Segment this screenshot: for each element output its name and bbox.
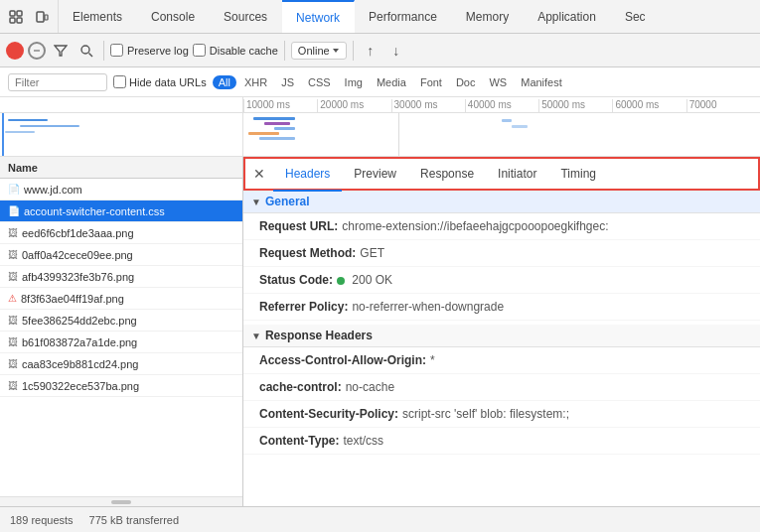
online-select[interactable]: Online bbox=[291, 42, 347, 60]
svg-rect-3 bbox=[17, 18, 22, 23]
svg-point-8 bbox=[81, 46, 89, 54]
device-toggle-icon[interactable] bbox=[30, 5, 54, 29]
record-button[interactable] bbox=[6, 42, 24, 60]
requests-header: Name bbox=[0, 157, 242, 179]
status-bar: 189 requests 775 kB transferred bbox=[0, 506, 760, 532]
svg-rect-0 bbox=[10, 11, 15, 16]
request-item-9[interactable]: 🖼 1c590322ece537ba.png bbox=[0, 375, 242, 397]
tab-sources[interactable]: Sources bbox=[210, 0, 282, 33]
filter-manifest[interactable]: Manifest bbox=[515, 75, 568, 89]
detail-content: ▼ General Request URL: chrome-extension:… bbox=[243, 191, 760, 506]
filter-xhr[interactable]: XHR bbox=[238, 75, 273, 89]
detail-tab-initiator[interactable]: Initiator bbox=[486, 158, 548, 192]
filter-input[interactable] bbox=[8, 73, 107, 91]
ruler-mark-1: 10000 ms bbox=[243, 99, 317, 112]
status-dot bbox=[337, 277, 345, 285]
tab-network[interactable]: Network bbox=[282, 0, 355, 33]
filter-all[interactable]: All bbox=[213, 75, 236, 89]
inspect-icon[interactable] bbox=[4, 5, 28, 29]
filter-css[interactable]: CSS bbox=[302, 75, 337, 89]
img-file-icon-2: 🖼 bbox=[8, 227, 18, 238]
request-item-2[interactable]: 🖼 eed6f6cbf1de3aaa.png bbox=[0, 222, 242, 244]
request-url-row: Request URL: chrome-extension://ibefaeeh… bbox=[243, 213, 760, 240]
response-headers-arrow: ▼ bbox=[251, 331, 261, 341]
svg-marker-10 bbox=[333, 49, 339, 53]
response-header-row-2: Content-Security-Policy: script-src 'sel… bbox=[243, 401, 760, 428]
tab-elements[interactable]: Elements bbox=[59, 0, 137, 33]
tab-application[interactable]: Application bbox=[524, 0, 611, 33]
referrer-policy-row: Referrer Policy: no-referrer-when-downgr… bbox=[243, 294, 760, 321]
request-item-8[interactable]: 🖼 caa83ce9b881cd24.png bbox=[0, 353, 242, 375]
detail-tabs-row: ✕ Headers Preview Response Initiator Tim… bbox=[243, 157, 760, 191]
preserve-log-checkbox[interactable]: Preserve log bbox=[110, 44, 189, 57]
response-header-row-1: cache-control: no-cache bbox=[243, 374, 760, 401]
filter-font[interactable]: Font bbox=[414, 75, 448, 89]
disable-cache-checkbox[interactable]: Disable cache bbox=[193, 44, 278, 57]
request-item-1[interactable]: 📄 account-switcher-content.css bbox=[0, 200, 242, 222]
detail-tab-response[interactable]: Response bbox=[408, 158, 486, 192]
img-file-icon-6: 🖼 bbox=[8, 315, 18, 326]
ruler-mark-5: 50000 ms bbox=[538, 99, 612, 112]
response-headers-title: Response Headers bbox=[265, 329, 373, 342]
general-section-header[interactable]: ▼ General bbox=[243, 191, 760, 213]
status-code-row: Status Code: 200 OK bbox=[243, 267, 760, 294]
tab-performance[interactable]: Performance bbox=[355, 0, 452, 33]
response-header-row-3: Content-Type: text/css bbox=[243, 428, 760, 455]
img-file-icon-5-error: ⚠ bbox=[8, 293, 17, 304]
ruler-mark-4: 40000 ms bbox=[465, 99, 538, 112]
filter-icon[interactable] bbox=[50, 40, 72, 62]
request-item-7[interactable]: 🖼 b61f083872a7a1de.png bbox=[0, 332, 242, 353]
tab-memory[interactable]: Memory bbox=[452, 0, 524, 33]
response-headers-section-header[interactable]: ▼ Response Headers bbox=[243, 325, 760, 347]
img-file-icon-9: 🖼 bbox=[8, 380, 18, 391]
search-icon[interactable] bbox=[76, 40, 97, 62]
response-header-row-0: Access-Control-Allow-Origin: * bbox=[243, 347, 760, 374]
svg-marker-7 bbox=[55, 46, 67, 56]
ruler-mark-3: 30000 ms bbox=[391, 99, 465, 112]
detail-tab-timing[interactable]: Timing bbox=[548, 158, 608, 192]
svg-line-9 bbox=[89, 53, 93, 57]
filter-js[interactable]: JS bbox=[275, 75, 300, 89]
transferred-size: 775 kB transferred bbox=[89, 514, 180, 526]
filter-media[interactable]: Media bbox=[371, 75, 412, 89]
requests-count: 189 requests bbox=[10, 514, 74, 526]
request-method-row: Request Method: GET bbox=[243, 240, 760, 267]
detail-tab-preview[interactable]: Preview bbox=[342, 158, 408, 192]
ruler-mark-7: 70000 bbox=[686, 99, 760, 112]
ruler-mark-6: 60000 ms bbox=[612, 99, 685, 112]
img-file-icon-8: 🖼 bbox=[8, 358, 18, 369]
upload-button[interactable]: ↑ bbox=[360, 40, 381, 62]
filter-doc[interactable]: Doc bbox=[450, 75, 482, 89]
request-item-6[interactable]: 🖼 5fee386254dd2ebc.png bbox=[0, 310, 242, 332]
svg-rect-1 bbox=[17, 11, 22, 16]
img-file-icon-3: 🖼 bbox=[8, 249, 18, 260]
css-file-icon: 📄 bbox=[8, 205, 20, 216]
close-detail-button[interactable]: ✕ bbox=[245, 157, 273, 191]
img-file-icon-7: 🖼 bbox=[8, 336, 18, 347]
tab-console[interactable]: Console bbox=[137, 0, 210, 33]
svg-rect-5 bbox=[45, 15, 48, 20]
filter-type-group: All XHR JS CSS Img Media Font Doc WS Man… bbox=[213, 75, 568, 89]
general-arrow: ▼ bbox=[251, 197, 261, 207]
page-file-icon: 📄 bbox=[8, 184, 20, 195]
download-button[interactable]: ↓ bbox=[385, 40, 407, 62]
detail-tab-headers[interactable]: Headers bbox=[273, 158, 342, 192]
request-item-0[interactable]: 📄 www.jd.com bbox=[0, 179, 242, 200]
request-item-4[interactable]: 🖼 afb4399323fe3b76.png bbox=[0, 266, 242, 288]
hide-data-urls-checkbox[interactable]: Hide data URLs bbox=[113, 75, 207, 88]
general-title: General bbox=[265, 195, 310, 208]
tab-sec[interactable]: Sec bbox=[611, 0, 661, 33]
stop-button[interactable] bbox=[28, 42, 46, 60]
svg-rect-4 bbox=[37, 12, 44, 22]
svg-rect-2 bbox=[10, 18, 15, 23]
ruler-mark-2: 20000 ms bbox=[317, 99, 390, 112]
requests-list: 📄 www.jd.com 📄 account-switcher-content.… bbox=[0, 179, 242, 496]
request-item-3[interactable]: 🖼 0aff0a42cece09ee.png bbox=[0, 244, 242, 266]
request-item-5[interactable]: ⚠ 8f3f63ae04ff19af.png bbox=[0, 288, 242, 310]
img-file-icon-4: 🖼 bbox=[8, 271, 18, 282]
filter-ws[interactable]: WS bbox=[483, 75, 513, 89]
filter-img[interactable]: Img bbox=[339, 75, 369, 89]
